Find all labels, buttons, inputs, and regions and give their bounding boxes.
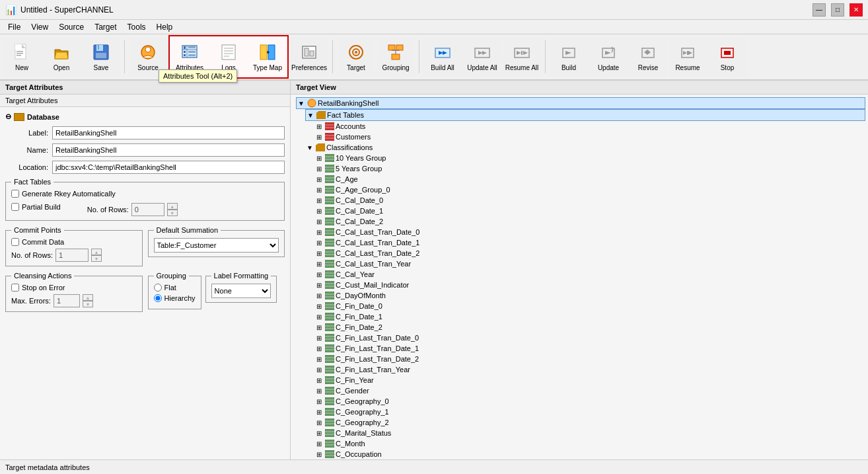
target-button[interactable]: Target [337, 37, 375, 77]
toggle-retailbankingshell[interactable]: ▼ [297, 99, 306, 108]
toggle-c-cal-date-0[interactable]: ⊞ [314, 196, 324, 205]
tree-node-c-geo-0[interactable]: ⊞ C_Geography_0 [314, 396, 865, 407]
tree-node-10years[interactable]: ⊞ 10 Years Group [314, 153, 865, 163]
grouping-button[interactable]: Grouping [377, 37, 415, 77]
default-summation-select[interactable]: Table:F_Customer Table:F_Account None [154, 238, 279, 253]
tree-node-c-cal-last-tran-year[interactable]: ⊞ C_Cal_Last_Tran_Year [314, 258, 865, 269]
close-button[interactable]: ✕ [850, 3, 863, 17]
open-button[interactable]: Open [42, 37, 81, 77]
toggle-c-cal-last-tran-0[interactable]: ⊞ [314, 227, 324, 237]
no-of-rows-up[interactable]: ▲ [167, 203, 178, 210]
tree-node-classifications[interactable]: ▼ Classifications [305, 142, 865, 153]
toggle-c-marital[interactable]: ⊞ [314, 428, 324, 438]
tree-node-c-dayofmonth[interactable]: ⊞ C_DayOfMonth [314, 290, 865, 301]
buildall-button[interactable]: Build All [423, 37, 462, 77]
toggle-c-month[interactable]: ⊞ [314, 439, 324, 448]
tree-node-c-cal-date-2[interactable]: ⊞ C_Cal_Date_2 [314, 216, 865, 227]
commit-rows-up[interactable]: ▲ [91, 249, 102, 255]
tree-node-c-fin-last-tran-year[interactable]: ⊞ C_Fin_Last_Tran_Year [314, 364, 865, 375]
label-formatting-select[interactable]: None CamelCase Underscore [211, 284, 271, 298]
tree-node-c-fin-date-0[interactable]: ⊞ C_Fin_Date_0 [314, 301, 865, 311]
no-of-rows-down[interactable]: ▼ [167, 210, 178, 216]
toggle-c-cal-date-1[interactable]: ⊞ [314, 206, 324, 216]
update-button[interactable]: Update [589, 37, 628, 77]
tree-node-c-month[interactable]: ⊞ C_Month [314, 438, 865, 449]
generate-rkey-checkbox[interactable] [11, 190, 19, 198]
max-errors-input[interactable] [54, 294, 80, 307]
toggle-c-fin-last-tran-1[interactable]: ⊞ [314, 344, 324, 353]
tree-node-c-fin-last-tran-0[interactable]: ⊞ C_Fin_Last_Tran_Date_0 [314, 333, 865, 343]
toggle-c-cal-year[interactable]: ⊞ [314, 270, 324, 279]
tree-node-c-occupation[interactable]: ⊞ C_Occupation [314, 449, 865, 459]
toggle-fact-tables[interactable]: ▼ [306, 110, 315, 120]
maximize-button[interactable]: □ [831, 3, 844, 17]
toggle-c-gender[interactable]: ⊞ [314, 386, 324, 395]
toggle-c-geo-1[interactable]: ⊞ [314, 407, 324, 416]
toggle-c-geo-2[interactable]: ⊞ [314, 418, 324, 427]
save-button[interactable]: Save [82, 37, 120, 77]
name-field-input[interactable] [52, 143, 285, 157]
new-button[interactable]: New [3, 37, 41, 77]
toggle-c-fin-year[interactable]: ⊞ [314, 375, 324, 385]
tree-node-c-age[interactable]: ⊞ C_Age [314, 174, 865, 184]
tree-node-c-age-group[interactable]: ⊞ C_Age_Group_0 [314, 184, 865, 195]
menu-target[interactable]: Target [89, 21, 122, 33]
toggle-c-cal-last-tran-2[interactable]: ⊞ [314, 249, 324, 258]
max-errors-down[interactable]: ▼ [83, 301, 93, 307]
tree-node-c-cust-mail[interactable]: ⊞ C_Cust_Mail_Indicator [314, 280, 865, 290]
toggle-c-cust-mail[interactable]: ⊞ [314, 280, 324, 290]
toggle-10years[interactable]: ⊞ [314, 153, 324, 163]
toggle-5years[interactable]: ⊞ [314, 164, 324, 173]
toggle-accounts[interactable]: ⊞ [314, 122, 324, 131]
menu-source[interactable]: Source [54, 21, 89, 33]
tree-node-accounts[interactable]: ⊞ Accounts [314, 121, 865, 132]
resume-button[interactable]: Resume [669, 37, 707, 77]
toggle-c-fin-last-tran-year[interactable]: ⊞ [314, 365, 324, 374]
toggle-c-occupation[interactable]: ⊞ [314, 450, 324, 459]
toggle-customers[interactable]: ⊞ [314, 132, 324, 141]
toggle-c-age-group[interactable]: ⊞ [314, 185, 324, 194]
stop-button[interactable]: Stop [708, 37, 746, 77]
no-of-rows-input[interactable] [131, 203, 164, 216]
toggle-c-fin-last-tran-0[interactable]: ⊞ [314, 333, 324, 342]
tree-node-c-cal-date-1[interactable]: ⊞ C_Cal_Date_1 [314, 206, 865, 216]
toggle-c-fin-date-1[interactable]: ⊞ [314, 312, 324, 321]
tree-node-c-gender[interactable]: ⊞ C_Gender [314, 385, 865, 396]
location-field-input[interactable] [52, 161, 285, 174]
build-button[interactable]: Build [550, 37, 588, 77]
tree-node-customers[interactable]: ⊞ Customers [314, 132, 865, 142]
tree-node-c-cal-last-tran-0[interactable]: ⊞ C_Cal_Last_Tran_Date_0 [314, 227, 865, 237]
preferences-button[interactable]: Preferences [290, 37, 328, 77]
resumeall-button[interactable]: Resume All [503, 37, 541, 77]
updateall-button[interactable]: Update All [463, 37, 501, 77]
tree-node-c-geo-2[interactable]: ⊞ C_Geography_2 [314, 417, 865, 428]
partial-build-checkbox[interactable] [11, 203, 19, 211]
commit-rows-input[interactable] [55, 249, 89, 262]
toggle-c-cal-date-2[interactable]: ⊞ [314, 217, 324, 226]
tree-node-c-fin-date-1[interactable]: ⊞ C_Fin_Date_1 [314, 311, 865, 322]
tree-node-c-fin-date-2[interactable]: ⊞ C_Fin_Date_2 [314, 322, 865, 333]
tree-node-retailbankingshell[interactable]: ▼ RetailBankingShell [296, 97, 865, 109]
toggle-c-cal-last-tran-year[interactable]: ⊞ [314, 259, 324, 268]
tree-node-c-fin-last-tran-2[interactable]: ⊞ C_Fin_Last_Tran_Date_2 [314, 354, 865, 364]
toggle-c-age[interactable]: ⊞ [314, 175, 324, 184]
commit-data-checkbox[interactable] [11, 238, 19, 246]
toggle-c-fin-date-2[interactable]: ⊞ [314, 323, 324, 332]
toggle-c-fin-last-tran-2[interactable]: ⊞ [314, 354, 324, 364]
max-errors-up[interactable]: ▲ [83, 294, 93, 301]
tree-node-c-cal-year[interactable]: ⊞ C_Cal_Year [314, 269, 865, 280]
revise-button[interactable]: Revise [629, 37, 667, 77]
tree-node-c-cal-last-tran-1[interactable]: ⊞ C_Cal_Last_Tran_Date_1 [314, 237, 865, 248]
tree-node-fact-tables[interactable]: ▼ Fact Tables [305, 109, 865, 121]
menu-help[interactable]: Help [151, 21, 178, 33]
stop-on-error-checkbox[interactable] [11, 284, 19, 292]
flat-radio[interactable] [154, 284, 162, 292]
menu-file[interactable]: File [3, 21, 26, 33]
toggle-classifications[interactable]: ▼ [305, 143, 314, 152]
tree-node-c-geo-1[interactable]: ⊞ C_Geography_1 [314, 407, 865, 417]
toggle-c-dayofmonth[interactable]: ⊞ [314, 291, 324, 300]
tree-node-c-fin-year[interactable]: ⊞ C_Fin_Year [314, 375, 865, 385]
toggle-c-fin-date-0[interactable]: ⊞ [314, 301, 324, 311]
toggle-c-cal-last-tran-1[interactable]: ⊞ [314, 238, 324, 247]
hierarchy-radio[interactable] [154, 294, 162, 302]
